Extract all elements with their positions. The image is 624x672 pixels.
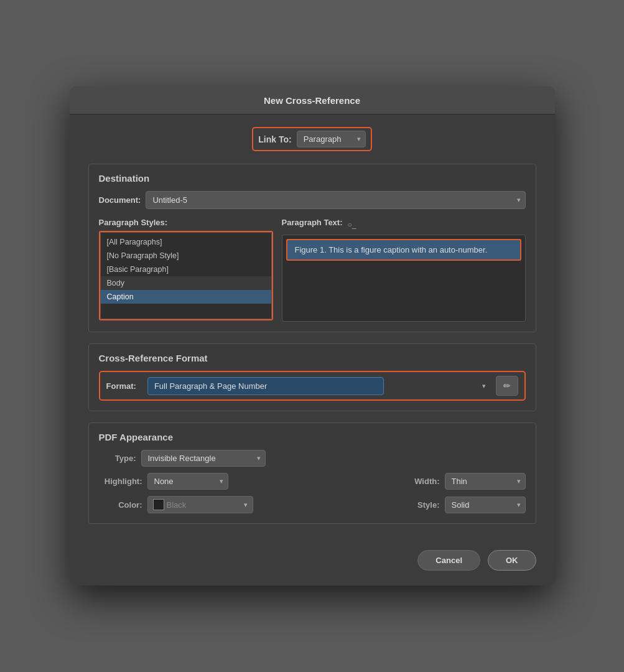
width-label: Width: [409, 477, 440, 486]
color-group: Color: Black ▾ [99, 496, 253, 513]
highlight-group: Highlight: None Invert Outline Inset ▾ [99, 473, 228, 490]
color-value: Black [167, 500, 244, 510]
style-group: Style: Solid Dashed Underline Inset ▾ [409, 497, 526, 513]
pdf-appearance-title: PDF Appearance [99, 432, 526, 442]
link-to-select[interactable]: Paragraph Text Anchor URL Email File Pag… [297, 131, 366, 147]
style-item-basic-paragraph[interactable]: [Basic Paragraph] [101, 263, 271, 276]
format-row-inner: Format: Full Paragraph & Page Number Par… [99, 371, 526, 401]
para-text-col: Paragraph Text: ○_ Figure 1. This is a f… [282, 218, 526, 322]
style-item-caption[interactable]: Caption [101, 290, 271, 304]
destination-section: Destination Document: Untitled-5 Untitle… [88, 164, 536, 332]
ok-button[interactable]: OK [488, 550, 536, 571]
document-label: Document: [99, 195, 141, 205]
cross-reference-format-section: Cross-Reference Format Format: Full Para… [88, 343, 536, 411]
format-select[interactable]: Full Paragraph & Page Number Paragraph N… [147, 377, 384, 395]
style-select[interactable]: Solid Dashed Underline Inset [445, 497, 526, 513]
para-text-label: Paragraph Text: [282, 218, 343, 227]
style-item-all-paragraphs[interactable]: [All Paragraphs] [101, 235, 271, 249]
dialog-container: New Cross-Reference Link To: Paragraph T… [70, 86, 555, 586]
style-item-no-style[interactable]: [No Paragraph Style] [101, 249, 271, 263]
destination-title: Destination [99, 173, 526, 184]
edit-icon: ✏ [503, 381, 511, 391]
pdf-appearance-section: PDF Appearance Type: Invisible Rectangle… [88, 422, 536, 524]
dialog-body: Link To: Paragraph Text Anchor URL Email… [70, 114, 555, 550]
cancel-button[interactable]: Cancel [417, 550, 480, 571]
link-to-row: Link To: Paragraph Text Anchor URL Email… [88, 127, 536, 151]
edit-format-button[interactable]: ✏ [496, 376, 518, 396]
style-label: Style: [409, 500, 440, 510]
document-select[interactable]: Untitled-5 Untitled-1 Untitled-2 [146, 191, 525, 209]
para-text-search: ○_ [348, 220, 356, 229]
format-chevron-icon: ▾ [482, 382, 486, 390]
width-select-wrapper: Thin Medium Thick ▾ [445, 473, 526, 490]
dialog-title: New Cross-Reference [264, 95, 360, 106]
highlight-width-row: Highlight: None Invert Outline Inset ▾ W… [99, 473, 526, 490]
highlight-select-wrapper: None Invert Outline Inset ▾ [147, 473, 228, 490]
type-select[interactable]: Invisible Rectangle Visible Rectangle No… [141, 450, 266, 467]
color-select-box[interactable]: Black ▾ [147, 496, 253, 513]
document-row: Document: Untitled-5 Untitled-1 Untitled… [99, 191, 526, 209]
link-to-label: Link To: [258, 134, 291, 144]
para-text-row: Paragraph Styles: [All Paragraphs] [No P… [99, 218, 526, 322]
dialog-footer: Cancel OK [70, 550, 555, 586]
color-swatch [153, 499, 164, 510]
figure-caption-text: Figure 1. This is a figure caption with … [295, 245, 488, 254]
para-text-area: Figure 1. This is a figure caption with … [282, 235, 526, 322]
type-label: Type: [99, 454, 136, 463]
highlight-label: Highlight: [99, 477, 142, 486]
styles-list: [All Paragraphs] [No Paragraph Style] [B… [100, 232, 272, 319]
type-row: Type: Invisible Rectangle Visible Rectan… [99, 450, 526, 467]
cross-reference-format-title: Cross-Reference Format [99, 353, 526, 363]
color-dropdown-icon: ▾ [244, 501, 248, 509]
color-style-row: Color: Black ▾ Style: Solid Dashed Under… [99, 496, 526, 513]
type-select-wrapper: Invisible Rectangle Visible Rectangle No… [141, 450, 266, 467]
highlight-select[interactable]: None Invert Outline Inset [147, 473, 228, 490]
para-styles-label: Paragraph Styles: [99, 218, 273, 227]
width-select[interactable]: Thin Medium Thick [445, 473, 526, 490]
style-item-body[interactable]: Body [101, 276, 271, 290]
link-to-select-wrapper: Paragraph Text Anchor URL Email File Pag… [297, 131, 366, 147]
format-label: Format: [106, 381, 136, 391]
color-label: Color: [99, 500, 142, 510]
para-text-header: Paragraph Text: ○_ [282, 218, 526, 231]
para-styles-col: Paragraph Styles: [All Paragraphs] [No P… [99, 218, 273, 322]
format-row: Format: Full Paragraph & Page Number Par… [99, 371, 526, 401]
dialog-titlebar: New Cross-Reference [70, 86, 555, 114]
width-group: Width: Thin Medium Thick ▾ [409, 473, 526, 490]
style-select-wrapper: Solid Dashed Underline Inset ▾ [445, 497, 526, 513]
link-to-box: Link To: Paragraph Text Anchor URL Email… [252, 127, 371, 151]
figure-caption-box[interactable]: Figure 1. This is a figure caption with … [286, 239, 521, 261]
styles-list-wrapper: [All Paragraphs] [No Paragraph Style] [B… [99, 231, 273, 320]
document-select-wrapper: Untitled-5 Untitled-1 Untitled-2 ▾ [146, 191, 525, 209]
format-select-wrapper: Full Paragraph & Page Number Paragraph N… [147, 377, 491, 395]
